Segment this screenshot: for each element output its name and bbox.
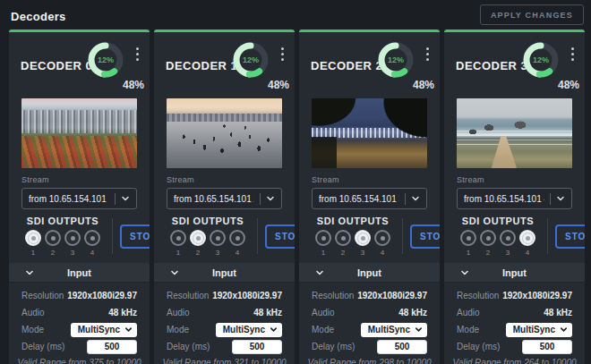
sdi-output-2[interactable]: 2 xyxy=(478,230,498,257)
chevron-down-icon xyxy=(266,194,275,203)
input-details: Resolution 1920x1080i29.97 Audio 48 kHz … xyxy=(154,283,295,355)
sdi-output-3-connector-icon xyxy=(500,230,516,246)
decoder-card: DECODER 2 12% 48% Stream from 10.65.154.… xyxy=(299,30,440,364)
delay-input[interactable] xyxy=(87,340,137,354)
decoder-title: DECODER 3 xyxy=(456,59,527,72)
mode-select[interactable]: MultiSync xyxy=(71,323,137,337)
sdi-output-1-connector-icon xyxy=(315,230,331,246)
sdi-output-buttons: 1 2 3 4 xyxy=(167,230,249,257)
sdi-output-1-number: 1 xyxy=(176,249,180,257)
sdi-output-1-connector-icon xyxy=(460,230,476,246)
chevron-down-icon xyxy=(411,194,420,203)
resolution-value: 1920x1080i29.97 xyxy=(67,291,137,301)
gauge-center-percent: 12% xyxy=(375,55,416,64)
sdi-outputs-group: SDI OUTPUTS 1 2 3 xyxy=(167,216,249,257)
chevron-down-icon xyxy=(556,194,565,203)
decoder-card: DECODER 1 12% 48% Stream from 10.65.154.… xyxy=(154,30,295,364)
sdi-output-3[interactable]: 3 xyxy=(208,230,227,257)
delay-input[interactable] xyxy=(232,340,282,354)
stream-select[interactable]: from 10.65.154.101 4 xyxy=(457,188,572,209)
sdi-outputs-group: SDI OUTPUTS 1 2 3 xyxy=(457,216,539,257)
sdi-output-2-number: 2 xyxy=(51,249,55,257)
input-section-header[interactable]: Input xyxy=(154,263,295,283)
sdi-output-4[interactable]: 4 xyxy=(82,230,102,257)
stop-button[interactable]: STOP xyxy=(120,224,150,249)
apply-changes-button[interactable]: APPLY CHANGES xyxy=(480,4,584,25)
sdi-output-4[interactable]: 4 xyxy=(518,230,537,257)
resolution-row: Resolution 1920x1080i29.97 xyxy=(21,287,137,304)
sdi-output-3[interactable]: 3 xyxy=(63,230,82,257)
stream-section: Stream from 10.65.154.101 3 xyxy=(312,175,427,209)
mode-select-value: MultiSync xyxy=(368,325,410,334)
sdi-output-1[interactable]: 1 xyxy=(458,230,478,257)
input-section-header[interactable]: Input xyxy=(9,263,150,283)
audio-value: 48 kHz xyxy=(544,308,572,317)
sdi-output-4-connector-icon xyxy=(374,230,390,246)
sdi-output-3[interactable]: 3 xyxy=(498,230,518,257)
chevron-down-icon xyxy=(121,194,130,203)
sdi-output-4[interactable]: 4 xyxy=(227,230,247,257)
sdi-stop-divider xyxy=(257,218,258,254)
audio-row: Audio 48 kHz xyxy=(167,304,282,321)
delay-input[interactable] xyxy=(377,340,427,354)
audio-label: Audio xyxy=(457,308,480,317)
stream-select[interactable]: from 10.65.154.101 1 xyxy=(21,188,137,209)
input-section-header[interactable]: Input xyxy=(299,263,440,283)
card-menu-kebab-icon[interactable] xyxy=(566,44,578,63)
delay-row: Delay (ms) xyxy=(167,338,282,355)
stream-select[interactable]: from 10.65.154.101 2 xyxy=(167,188,282,209)
resolution-row: Resolution 1920x1080i29.97 xyxy=(167,287,282,304)
stop-button[interactable]: STOP xyxy=(410,224,440,249)
sdi-outputs-section: SDI OUTPUTS 1 2 3 xyxy=(167,216,284,257)
mode-label: Mode xyxy=(457,325,479,334)
video-preview-thumbnail xyxy=(167,98,282,168)
sdi-stop-divider xyxy=(402,218,403,254)
mode-select[interactable]: MultiSync xyxy=(216,323,282,337)
chevron-down-icon xyxy=(560,326,568,334)
sdi-output-4-connector-icon xyxy=(519,230,535,246)
chevron-down-icon xyxy=(25,268,34,277)
stream-select-divider xyxy=(550,193,551,205)
delay-row: Delay (ms) xyxy=(312,338,427,355)
sdi-output-3-connector-icon xyxy=(64,230,81,246)
mode-select[interactable]: MultiSync xyxy=(506,323,572,337)
stream-select[interactable]: from 10.65.154.101 3 xyxy=(312,188,427,209)
card-menu-kebab-icon[interactable] xyxy=(276,44,288,63)
video-preview-thumbnail xyxy=(312,98,427,168)
sdi-output-3[interactable]: 3 xyxy=(353,230,373,257)
sdi-output-4[interactable]: 4 xyxy=(373,230,392,257)
resolution-label: Resolution xyxy=(457,291,499,301)
gauge-corner-percent: 48% xyxy=(413,79,434,91)
sdi-output-1[interactable]: 1 xyxy=(313,230,333,257)
sdi-output-1[interactable]: 1 xyxy=(168,230,188,257)
input-details: Resolution 1920x1080i29.97 Audio 48 kHz … xyxy=(299,283,440,355)
input-section-header[interactable]: Input xyxy=(444,263,585,283)
stream-label: Stream xyxy=(457,175,572,184)
mode-label: Mode xyxy=(167,325,189,334)
sdi-output-3-connector-icon xyxy=(210,230,226,246)
resolution-row: Resolution 1920x1080i29.97 xyxy=(312,287,427,304)
card-menu-kebab-icon[interactable] xyxy=(131,44,143,63)
stream-label: Stream xyxy=(312,175,427,184)
delay-input[interactable] xyxy=(522,340,572,354)
stop-button[interactable]: STOP xyxy=(555,224,585,249)
sdi-output-2[interactable]: 2 xyxy=(333,230,353,257)
stop-button[interactable]: STOP xyxy=(265,224,295,249)
valid-range-hint: Valid Range from 264 to 10000 xyxy=(444,358,585,364)
delay-label: Delay (ms) xyxy=(312,342,355,351)
decoder-card: DECODER 3 12% 48% Stream from 10.65.154.… xyxy=(444,30,585,364)
stream-select-divider xyxy=(405,193,406,205)
sdi-output-2[interactable]: 2 xyxy=(43,230,63,257)
mode-select[interactable]: MultiSync xyxy=(361,323,427,337)
audio-row: Audio 48 kHz xyxy=(21,304,137,321)
delay-row: Delay (ms) xyxy=(21,338,137,355)
decoder-title: DECODER 0 xyxy=(21,59,92,72)
sdi-output-2[interactable]: 2 xyxy=(188,230,208,257)
audio-label: Audio xyxy=(167,308,190,317)
mode-select-value: MultiSync xyxy=(513,325,555,334)
input-section-title: Input xyxy=(502,267,527,278)
sdi-output-3-number: 3 xyxy=(506,249,510,257)
decoder-card-header: DECODER 2 12% 48% xyxy=(299,32,440,93)
card-menu-kebab-icon[interactable] xyxy=(421,44,433,63)
sdi-output-1[interactable]: 1 xyxy=(23,230,43,257)
